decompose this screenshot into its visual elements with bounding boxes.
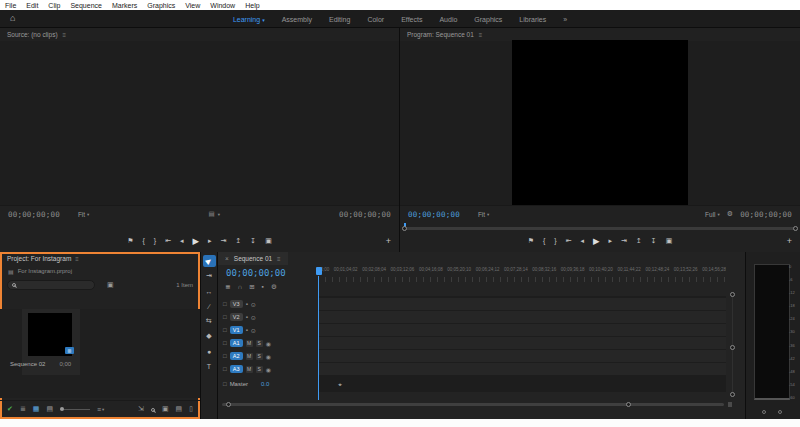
timeline-settings-wrench-icon[interactable]: ⚙ [271,283,277,291]
playhead-handle[interactable] [316,267,322,275]
solo-right-channel-button[interactable] [778,410,782,414]
search-input[interactable] [7,280,95,290]
go-to-out-button[interactable]: ⇥ [621,237,627,245]
type-tool[interactable]: T [203,360,216,372]
track-badge-a1[interactable]: A1 [230,339,243,347]
program-zoom-select[interactable]: Fit▾ [478,211,490,218]
track-output-eye-icon[interactable]: ⊙ [251,314,256,321]
solo-button[interactable]: S [256,340,263,347]
hand-tool[interactable]: ● [203,345,216,357]
slip-tool[interactable]: ⇆ [203,315,216,327]
find-button[interactable] [151,406,155,413]
project-writable-icon[interactable]: ✔ [7,405,13,413]
project-breadcrumb[interactable]: ▤ For Instagram.prproj [0,265,200,277]
track-output-eye-icon[interactable]: ⊙ [251,301,256,308]
sync-lock-icon[interactable]: ▪ [246,314,248,320]
lock-icon[interactable]: □ [223,340,227,346]
pen-tool[interactable]: ◆ [203,330,216,342]
go-to-in-button[interactable]: ⇤ [566,237,572,245]
voiceover-mic-icon[interactable]: ◉ [266,340,271,347]
track-lane-v1[interactable] [318,324,726,336]
go-to-out-button[interactable]: ⇥ [221,237,227,245]
panel-menu-icon[interactable]: ≡ [63,32,67,38]
scrub-handle-left[interactable] [402,226,407,231]
step-back-button[interactable]: ◂ [180,237,184,245]
lock-icon[interactable]: □ [223,381,227,387]
timeline-timecode[interactable]: 00;00;00;00 [226,268,286,278]
track-badge-v2[interactable]: V2 [230,313,243,321]
panel-menu-icon[interactable]: ≡ [75,256,79,262]
lock-icon[interactable]: □ [223,327,227,333]
selection-tool[interactable]: ▶ [203,255,216,267]
button-editor-plus[interactable]: + [787,236,792,246]
insert-button[interactable]: ↥ [235,237,241,245]
menu-help[interactable]: Help [245,2,259,9]
menu-markers[interactable]: Markers [112,2,137,9]
play-button[interactable]: ▶ [193,236,200,246]
keyframe-toggle-icon[interactable]: ◂▸ [338,381,341,387]
button-editor-plus[interactable]: + [386,236,391,246]
close-icon[interactable]: × [225,255,229,262]
solo-left-channel-button[interactable] [762,410,766,414]
step-forward-button[interactable]: ▸ [208,237,212,245]
track-badge-a2[interactable]: A2 [230,352,243,360]
track-lane-a2[interactable] [318,350,726,362]
workspace-tab-learning[interactable]: Learning▾ [233,16,265,23]
timeline-horizontal-scrollbar[interactable] [222,402,732,407]
source-zoom-select[interactable]: Fit▾ [78,211,90,218]
delete-button[interactable]: ▯ [189,405,193,413]
panel-menu-icon[interactable]: ≡ [277,256,281,262]
menu-sequence[interactable]: Sequence [70,2,102,9]
track-badge-v3[interactable]: V3 [230,300,243,308]
workspace-tab-libraries[interactable]: Libraries [519,16,546,23]
lock-icon[interactable]: □ [223,353,227,359]
menu-graphics[interactable]: Graphics [147,2,175,9]
icon-view-button[interactable]: ▦ [33,405,40,413]
nest-icon[interactable]: ≣ [225,283,230,291]
export-frame-button[interactable]: ▣ [666,237,673,245]
workspace-tab-assembly[interactable]: Assembly [282,16,312,23]
add-marker-button[interactable]: ⚑ [528,237,534,245]
panel-menu-icon[interactable]: ≡ [479,32,483,38]
playhead[interactable] [318,276,319,400]
track-badge-v1[interactable]: V1 [230,326,243,334]
voiceover-mic-icon[interactable]: ◉ [266,353,271,360]
overwrite-button[interactable]: ↧ [250,237,256,245]
menu-edit[interactable]: Edit [26,2,38,9]
mark-out-button[interactable]: } [154,237,156,244]
track-output-eye-icon[interactable]: ⊙ [251,327,256,334]
project-item-row[interactable]: Sequence 02 0;00 [10,361,100,367]
lock-icon[interactable]: □ [223,314,227,320]
home-icon[interactable]: ⌂ [10,13,15,23]
mark-out-button[interactable]: } [554,237,556,244]
add-marker-icon[interactable]: ▪ [262,283,264,291]
track-lane-v3[interactable] [318,298,726,310]
play-button[interactable]: ▶ [593,236,600,246]
workspace-tab-audio[interactable]: Audio [439,16,457,23]
track-lane-v2[interactable] [318,311,726,323]
track-badge-a3[interactable]: A3 [230,365,243,373]
mute-button[interactable]: M [246,366,253,373]
lock-icon[interactable]: □ [223,366,227,372]
menu-clip[interactable]: Clip [48,2,60,9]
go-to-in-button[interactable]: ⇤ [165,237,171,245]
menu-window[interactable]: Window [210,2,235,9]
voiceover-mic-icon[interactable]: ◉ [266,366,271,373]
mark-in-button[interactable]: { [142,237,144,244]
track-select-forward-tool[interactable]: ⇥ [203,270,216,282]
timeline-ruler[interactable]: 00;00 00;01;04;02 00;02;08;04 00;03;12;0… [318,267,726,275]
sort-icons-button[interactable]: ≡▾ [97,406,104,413]
razor-tool[interactable]: ∕ [203,300,216,312]
menu-view[interactable]: View [185,2,200,9]
workspace-tab-effects[interactable]: Effects [401,16,422,23]
lock-icon[interactable]: □ [223,301,227,307]
settings-wrench-icon[interactable]: ⚙ [727,210,733,218]
step-forward-button[interactable]: ▸ [609,237,613,245]
timeline-vertical-scrollbar[interactable] [730,292,736,397]
workspace-tab-graphics[interactable]: Graphics [474,16,502,23]
snap-icon[interactable]: ∩ [237,283,242,291]
lift-button[interactable]: ↥ [636,237,642,245]
automate-to-sequence-button[interactable]: ⇲ [138,405,144,413]
program-current-timecode[interactable]: 00;00;00;00 [408,210,460,219]
scrub-handle-right[interactable] [793,226,798,231]
